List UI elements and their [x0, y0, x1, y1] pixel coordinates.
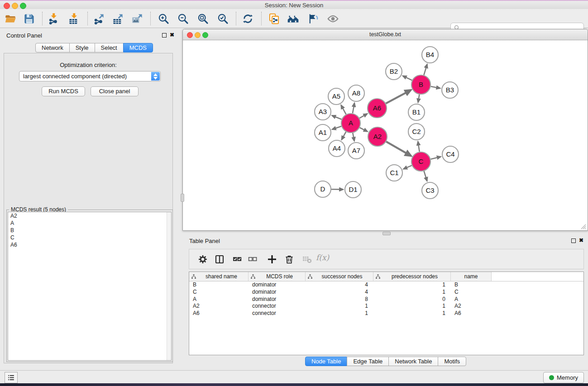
- graph-edge-B-B4[interactable]: [424, 64, 427, 75]
- graph-node-C1[interactable]: C1: [386, 165, 402, 181]
- graph-node-B1[interactable]: B1: [408, 104, 425, 120]
- graph-edge-B-B3[interactable]: [431, 86, 440, 88]
- columns-button[interactable]: [213, 253, 226, 266]
- graph-edge-A-A7[interactable]: [353, 133, 354, 141]
- table-cell[interactable]: B: [451, 281, 492, 289]
- task-history-button[interactable]: [5, 372, 18, 383]
- column-header-name[interactable]: name: [451, 272, 492, 281]
- mcds-result-item[interactable]: B: [8, 227, 171, 234]
- column-header-shared-name[interactable]: shared name: [189, 272, 249, 281]
- tab-network-table[interactable]: Network Table: [388, 357, 438, 366]
- table-cell[interactable]: 1: [373, 310, 451, 317]
- import-table-button[interactable]: [65, 10, 82, 27]
- delete-row-button[interactable]: [282, 253, 296, 266]
- horizontal-splitter-handle[interactable]: [382, 232, 391, 235]
- graph-node-B4[interactable]: B4: [422, 47, 438, 63]
- table-cell[interactable]: connector: [249, 310, 306, 317]
- table-cell[interactable]: 1: [373, 303, 451, 310]
- tab-select[interactable]: Select: [95, 43, 124, 52]
- mcds-result-item[interactable]: A: [8, 219, 171, 227]
- graph-edge-A-A3[interactable]: [332, 115, 341, 119]
- tab-network[interactable]: Network: [35, 43, 70, 52]
- graph-node-C4[interactable]: C4: [442, 146, 459, 162]
- graph-node-C[interactable]: C: [411, 152, 430, 171]
- graph-node-A3[interactable]: A3: [315, 104, 331, 120]
- graph-edge-C-C1[interactable]: [403, 166, 411, 169]
- graph-edge-A-A6[interactable]: [359, 114, 367, 118]
- graph-node-B2[interactable]: B2: [386, 63, 402, 80]
- refresh-button[interactable]: [239, 10, 256, 27]
- graph-node-B[interactable]: B: [411, 75, 430, 94]
- close-panel-icon[interactable]: ✖: [170, 32, 174, 38]
- criterion-select[interactable]: largest connected component (directed): [19, 71, 161, 81]
- graph-edge-B-B1[interactable]: [418, 95, 420, 103]
- export-table-button[interactable]: [109, 10, 126, 27]
- graph-edge-A2-C[interactable]: [386, 142, 411, 156]
- select-all-button[interactable]: [230, 253, 244, 266]
- table-cell[interactable]: 4: [306, 289, 373, 296]
- table-cell[interactable]: 1: [373, 289, 451, 296]
- graph-edge-A-A5[interactable]: [341, 105, 346, 114]
- table-cell[interactable]: 4: [306, 281, 373, 289]
- graph-node-A[interactable]: A: [341, 114, 360, 133]
- vertical-splitter-handle[interactable]: [181, 194, 184, 202]
- zoom-selected-button[interactable]: [214, 10, 231, 27]
- tab-style[interactable]: Style: [69, 43, 95, 52]
- graph-edge-B-B2[interactable]: [403, 76, 412, 81]
- run-mcds-button[interactable]: Run MCDS: [42, 86, 85, 96]
- table-cell[interactable]: connector: [249, 303, 306, 310]
- network-minimize-button[interactable]: [195, 32, 201, 38]
- deselect-all-button[interactable]: [246, 253, 259, 266]
- graph-edge-C-C3[interactable]: [424, 171, 427, 181]
- gear-button[interactable]: [196, 253, 210, 266]
- table-cell[interactable]: 8: [306, 296, 373, 303]
- table-row[interactable]: A6connector11A6: [189, 310, 583, 317]
- network-canvas[interactable]: B4B2BB3A8A5A6A3B1AC2A1A2A4A7C4CC1DD1C3: [183, 40, 587, 230]
- table-cell[interactable]: dominator: [249, 281, 306, 289]
- column-header-predecessor-nodes[interactable]: predecessor nodes: [373, 272, 451, 281]
- table-cell[interactable]: A6: [451, 310, 492, 317]
- resize-grip-icon[interactable]: [580, 224, 586, 229]
- table-row[interactable]: A2connector11A2: [189, 303, 583, 310]
- graph-node-A7[interactable]: A7: [348, 143, 364, 159]
- table-row[interactable]: Cdominator41C: [189, 289, 583, 296]
- table-row[interactable]: Adominator80A: [189, 296, 583, 303]
- scrollbar[interactable]: [167, 212, 171, 360]
- mcds-result-item[interactable]: A2: [8, 212, 171, 219]
- network-window-titlebar[interactable]: testGlobe.txt: [183, 29, 588, 40]
- export-image-button[interactable]: [129, 10, 146, 27]
- add-row-button[interactable]: [265, 253, 279, 266]
- graph-edge-C-C4[interactable]: [430, 157, 440, 159]
- table-cell[interactable]: C: [189, 289, 249, 296]
- graph-edge-A-A2[interactable]: [360, 128, 368, 132]
- graph-edge-A-A4[interactable]: [342, 132, 346, 140]
- graph-node-A5[interactable]: A5: [328, 88, 344, 105]
- delete-table-button[interactable]: [300, 253, 314, 266]
- table-cell[interactable]: A: [451, 296, 492, 303]
- zoom-out-button[interactable]: [174, 10, 191, 27]
- graph-node-C3[interactable]: C3: [422, 182, 438, 199]
- table-cell[interactable]: dominator: [249, 296, 306, 303]
- graph-node-D[interactable]: D: [315, 181, 331, 197]
- zoom-fit-button[interactable]: [194, 10, 211, 27]
- zoom-window-button[interactable]: [20, 3, 26, 9]
- table-float-panel-icon[interactable]: [571, 238, 576, 243]
- function-builder-icon[interactable]: f(x): [316, 253, 329, 262]
- network-close-button[interactable]: [187, 32, 193, 38]
- graph-node-A8[interactable]: A8: [348, 85, 364, 101]
- table-cell[interactable]: C: [451, 289, 492, 296]
- minimize-window-button[interactable]: [12, 3, 18, 9]
- graph-edge-C-C2[interactable]: [418, 142, 419, 152]
- flag-button[interactable]: [304, 10, 321, 27]
- graph-node-A1[interactable]: A1: [315, 124, 331, 141]
- table-cell[interactable]: dominator: [249, 289, 306, 296]
- save-button[interactable]: [20, 10, 38, 27]
- import-network-button[interactable]: [45, 10, 62, 27]
- table-cell[interactable]: 0: [373, 296, 451, 303]
- close-panel-button[interactable]: Close panel: [91, 86, 139, 96]
- mcds-result-item[interactable]: A6: [8, 241, 171, 248]
- tab-mcds[interactable]: MCDS: [123, 43, 153, 52]
- tab-motifs[interactable]: Motifs: [438, 357, 466, 366]
- export-network-button[interactable]: [90, 10, 107, 27]
- table-cell[interactable]: A2: [451, 303, 492, 310]
